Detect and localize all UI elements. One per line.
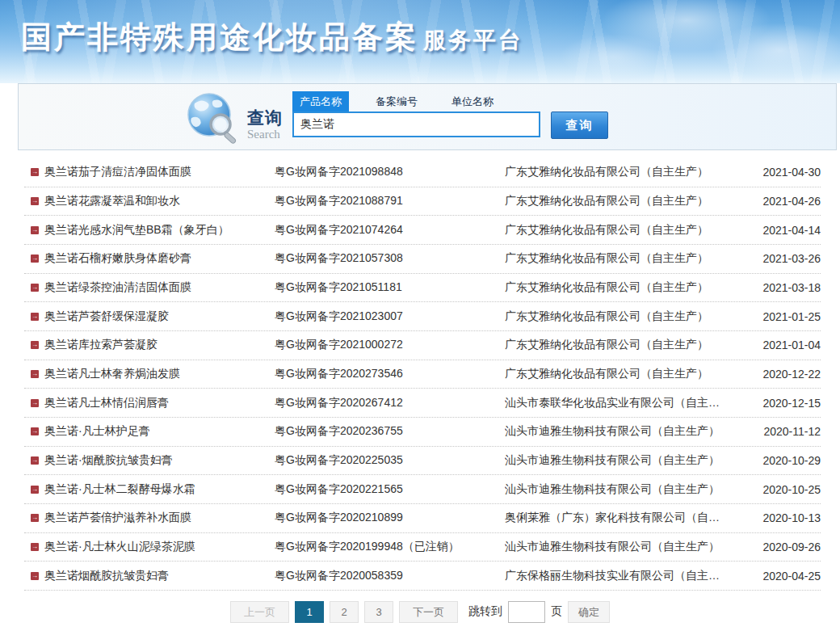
search-panel: 查询 Search 产品名称备案编号单位名称 查询 [18,83,837,150]
row-arrow-icon[interactable]: → [31,197,39,205]
product-name: 奥兰诺·烟酰胺抗皱贵妇膏 [44,453,275,468]
page-number-button[interactable]: 2 [330,601,359,623]
company-name: 汕头市迪雅生物科技有限公司（自主生产） [505,540,762,554]
company-name: 奥俐莱雅（广东）家化科技有限公司（自… [505,511,762,525]
filing-date: 2020-10-25 [762,483,821,496]
page-title-main: 国产非特殊用途化妆品备案 [21,20,418,54]
row-arrow-icon[interactable]: → [31,226,39,234]
filing-number: 粤G妆网备字2021023007 [275,309,505,324]
page-title: 国产非特殊用途化妆品备案服务平台 [21,17,523,58]
result-row[interactable]: → 奥兰诺库拉索芦荟凝胶 粤G妆网备字2021000272 广东艾雅纳化妆品有限… [24,331,821,360]
confirm-jump-button[interactable]: 确定 [568,601,610,623]
result-row[interactable]: → 奥兰诺芦荟倍护滋养补水面膜 粤G妆网备字2020210899 奥俐莱雅（广东… [24,504,821,533]
result-row[interactable]: → 奥兰诺·凡士林二裂酵母爆水霜 粤G妆网备字2020221565 汕头市迪雅生… [24,475,821,504]
result-row[interactable]: → 奥兰诺花露凝萃温和卸妆水 粤G妆网备字2021088791 广东艾雅纳化妆品… [24,187,821,217]
product-name: 奥兰诺凡士林情侣润唇膏 [44,396,275,410]
next-page-button[interactable]: 下一页 [399,601,458,623]
company-name: 广东艾雅纳化妆品有限公司（自主生产） [505,223,762,238]
product-name: 奥兰诺凡士林奢养焗油发膜 [44,367,275,381]
prev-page-button[interactable]: 上一页 [230,601,289,623]
filing-date: 2021-04-30 [762,166,821,179]
page-number-button[interactable]: 1 [295,601,324,623]
filing-number: 粤G妆网备字2021000272 [275,338,505,352]
search-input[interactable] [292,111,540,137]
result-row[interactable]: → 奥兰诺凡士林情侣润唇膏 粤G妆网备字2020267412 汕头市泰联华化妆品… [24,389,821,418]
filing-number: 粤G妆网备字2020225035 [275,453,505,468]
row-arrow-icon[interactable]: → [31,399,39,407]
filing-number: 粤G妆网备字2021074264 [275,223,505,238]
row-arrow-icon[interactable]: → [31,168,39,176]
header-banner: 国产非特殊用途化妆品备案服务平台 [0,0,840,83]
product-name: 奥兰诺库拉索芦荟凝胶 [44,338,275,352]
row-arrow-icon[interactable]: → [31,255,39,263]
pagination-bar: 上一页 123 下一页 跳转到 页 确定 [0,600,840,623]
row-arrow-icon[interactable]: → [31,341,39,349]
product-name: 奥兰诺花露凝萃温和卸妆水 [44,194,275,208]
row-arrow-icon[interactable]: → [31,284,39,292]
company-name: 汕头市迪雅生物科技有限公司（自主生产） [505,424,762,439]
jump-page-input[interactable] [508,601,545,623]
filing-number: 粤G妆网备字2021098848 [275,165,505,179]
filing-date: 2021-04-14 [762,224,821,237]
row-arrow-icon[interactable]: → [31,370,39,378]
row-arrow-icon[interactable]: → [31,514,39,522]
result-row[interactable]: → 奥兰诺·凡士林护足膏 粤G妆网备字2020236755 汕头市迪雅生物科技有… [24,418,821,447]
result-row[interactable]: → 奥兰诺·烟酰胺抗皱贵妇膏 粤G妆网备字2020225035 汕头市迪雅生物科… [24,447,821,476]
company-name: 广东艾雅纳化妆品有限公司（自主生产） [505,338,762,352]
search-tab[interactable]: 备案编号 [368,91,425,111]
page-number-button[interactable]: 3 [364,601,393,623]
filing-date: 2021-04-26 [762,195,821,208]
filing-number: 粤G妆网备字2020267412 [275,396,505,410]
globe-search-icon [185,92,238,145]
result-row[interactable]: → 奥兰诺烟酰胺抗皱贵妇膏 粤G妆网备字2020058359 广东保格丽生物科技… [24,562,821,591]
search-row: 查询 [292,111,608,139]
product-name: 奥兰诺烟酰胺抗皱贵妇膏 [44,569,275,583]
product-name: 奥兰诺·凡士林护足膏 [44,424,275,439]
filing-date: 2020-09-26 [762,541,821,553]
product-name: 奥兰诺茄子清痘洁净固体面膜 [44,165,275,179]
search-tab[interactable]: 产品名称 [292,91,349,111]
company-name: 广东艾雅纳化妆品有限公司（自主生产） [505,280,762,295]
filing-date: 2021-01-25 [762,310,821,323]
jump-to-label: 跳转到 [468,604,502,619]
company-name: 汕头市迪雅生物科技有限公司（自主生产） [505,482,762,497]
filing-date: 2020-12-15 [762,397,821,410]
row-arrow-icon[interactable]: → [31,456,39,465]
company-name: 汕头市迪雅生物科技有限公司（自主生产） [505,453,762,468]
filing-number: 粤G妆网备字2020210899 [275,511,505,525]
row-arrow-icon[interactable]: → [31,313,39,321]
result-row[interactable]: → 奥兰诺绿茶控油清洁固体面膜 粤G妆网备字2021051181 广东艾雅纳化妆… [24,274,821,303]
filing-number: 粤G妆网备字2021088791 [275,194,505,208]
product-name: 奥兰诺绿茶控油清洁固体面膜 [44,280,275,295]
product-name: 奥兰诺芦荟舒缓保湿凝胶 [44,309,275,324]
result-row[interactable]: → 奥兰诺芦荟舒缓保湿凝胶 粤G妆网备字2021023007 广东艾雅纳化妆品有… [24,302,821,331]
company-name: 广东艾雅纳化妆品有限公司（自主生产） [505,309,762,324]
result-row[interactable]: → 奥兰诺石榴籽嫩肤身体磨砂膏 粤G妆网备字2021057308 广东艾雅纳化妆… [24,245,821,274]
row-arrow-icon[interactable]: → [31,572,39,580]
result-row[interactable]: → 奥兰诺凡士林奢养焗油发膜 粤G妆网备字2020273546 广东艾雅纳化妆品… [24,360,821,389]
row-arrow-icon[interactable]: → [31,543,39,551]
row-arrow-icon[interactable]: → [31,427,39,435]
search-tab[interactable]: 单位名称 [444,91,501,111]
filing-number: 粤G妆网备字2021051181 [275,280,505,295]
results-list: → 奥兰诺茄子清痘洁净固体面膜 粤G妆网备字2021098848 广东艾雅纳化妆… [24,158,821,591]
result-row[interactable]: → 奥兰诺茄子清痘洁净固体面膜 粤G妆网备字2021098848 广东艾雅纳化妆… [24,158,821,187]
filing-number: 粤G妆网备字2020058359 [275,569,505,583]
product-name: 奥兰诺光感水润气垫BB霜（象牙白） [44,223,275,238]
filing-date: 2021-03-26 [762,252,821,265]
product-name: 奥兰诺·凡士林火山泥绿茶泥膜 [44,540,275,554]
result-row[interactable]: → 奥兰诺光感水润气垫BB霜（象牙白） 粤G妆网备字2021074264 广东艾… [24,216,821,245]
filing-date: 2020-10-29 [762,454,821,467]
product-name: 奥兰诺芦荟倍护滋养补水面膜 [44,511,275,525]
row-arrow-icon[interactable]: → [31,486,39,494]
company-name: 汕头市泰联华化妆品实业有限公司（自主… [505,396,762,410]
result-row[interactable]: → 奥兰诺·凡士林火山泥绿茶泥膜 粤G妆网备字2020199948（已注销） 汕… [24,533,821,562]
filing-date: 2021-03-18 [762,281,821,294]
search-button[interactable]: 查询 [551,111,608,139]
page-title-sub: 服务平台 [423,27,523,53]
filing-date: 2020-12-22 [762,368,821,381]
product-name: 奥兰诺石榴籽嫩肤身体磨砂膏 [44,251,275,266]
company-name: 广东艾雅纳化妆品有限公司（自主生产） [505,165,762,179]
product-name: 奥兰诺·凡士林二裂酵母爆水霜 [44,482,275,497]
company-name: 广东艾雅纳化妆品有限公司（自主生产） [505,367,762,381]
